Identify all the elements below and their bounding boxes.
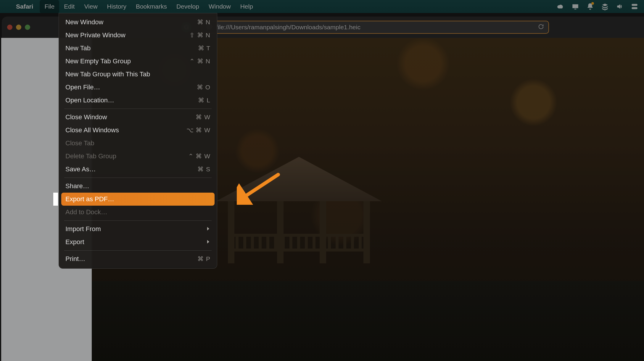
menu-item-label: Export	[65, 238, 84, 246]
menu-item-shortcut: ⌥ ⌘ W	[186, 127, 211, 134]
menu-item-shortcut: ⇧ ⌘ N	[189, 32, 210, 39]
window-traffic-lights	[7, 25, 30, 30]
menu-item-new-tab-group-with-this-tab[interactable]: New Tab Group with This Tab	[61, 68, 215, 81]
menu-item-import-from[interactable]: Import From	[61, 223, 215, 236]
menubar-item-bookmarks[interactable]: Bookmarks	[131, 0, 172, 13]
control-center-icon[interactable]	[630, 2, 639, 11]
menubar-item-file[interactable]: File	[40, 0, 59, 13]
address-bar-url: file:///Users/ramanpalsingh/Downloads/sa…	[216, 24, 360, 31]
menu-item-label: Print…	[65, 255, 85, 263]
menu-item-shortcut: ⌘ W	[196, 114, 210, 121]
highlight-marker	[53, 193, 58, 206]
menu-item-close-window[interactable]: Close Window⌘ W	[61, 111, 215, 124]
menu-item-close-all-windows[interactable]: Close All Windows⌥ ⌘ W	[61, 124, 215, 137]
menu-item-print[interactable]: Print…⌘ P	[61, 252, 215, 265]
menu-item-label: New Tab	[65, 44, 91, 52]
menu-item-label: New Private Window	[65, 31, 125, 39]
menu-item-label: Open File…	[65, 83, 100, 91]
menu-item-shortcut: ⌘ S	[197, 166, 210, 173]
address-bar[interactable]: file:///Users/ramanpalsingh/Downloads/sa…	[201, 21, 549, 34]
menu-item-share[interactable]: Share…	[61, 180, 215, 193]
notifications-icon[interactable]	[586, 2, 594, 11]
menu-item-new-empty-tab-group[interactable]: New Empty Tab Group⌃ ⌘ N	[61, 55, 215, 68]
chevron-right-icon	[206, 225, 210, 233]
display-icon[interactable]	[571, 2, 579, 11]
menu-item-close-tab: Close Tab	[61, 137, 215, 150]
menu-item-label: Save As…	[65, 165, 96, 173]
menubar-item-view[interactable]: View	[79, 0, 102, 13]
menu-item-save-as[interactable]: Save As…⌘ S	[61, 163, 215, 176]
menu-item-shortcut: ⌘ L	[198, 97, 210, 104]
menu-item-label: Add to Dock…	[65, 208, 107, 216]
menu-item-shortcut: ⌘ O	[197, 84, 210, 91]
window-minimize-button[interactable]	[16, 25, 21, 30]
chevron-right-icon	[206, 238, 210, 246]
stack-icon[interactable]	[601, 2, 609, 11]
menubar-item-history[interactable]: History	[102, 0, 131, 13]
file-menu-dropdown: New Window⌘ NNew Private Window⇧ ⌘ NNew …	[59, 13, 217, 269]
menu-item-label: Close Window	[65, 113, 107, 121]
menu-item-shortcut: ⌘ N	[197, 19, 210, 26]
app-name[interactable]: Safari	[16, 3, 33, 10]
menu-item-open-file[interactable]: Open File…⌘ O	[61, 81, 215, 94]
window-maximize-button[interactable]	[25, 25, 30, 30]
menubar-item-help[interactable]: Help	[236, 0, 258, 13]
window-close-button[interactable]	[7, 25, 12, 30]
menu-item-label: New Window	[65, 18, 103, 26]
menu-item-label: New Tab Group with This Tab	[65, 70, 150, 78]
svg-rect-1	[632, 7, 637, 9]
volume-icon[interactable]	[616, 2, 624, 11]
menu-item-new-tab[interactable]: New Tab⌘ T	[61, 42, 215, 55]
menu-item-delete-tab-group: Delete Tab Group⌃ ⌘ W	[61, 150, 215, 163]
menu-item-label: Close Tab	[65, 139, 94, 147]
menu-item-label: New Empty Tab Group	[65, 57, 131, 65]
macos-menubar: Safari FileEditViewHistoryBookmarksDevel…	[0, 0, 644, 13]
menu-item-add-to-dock: Add to Dock…	[61, 206, 215, 219]
menubar-item-window[interactable]: Window	[204, 0, 236, 13]
menubar-item-edit[interactable]: Edit	[59, 0, 79, 13]
menu-item-export[interactable]: Export	[61, 236, 215, 249]
menu-item-label: Share…	[65, 182, 89, 190]
menu-item-open-location[interactable]: Open Location…⌘ L	[61, 94, 215, 107]
menu-item-label: Export as PDF…	[65, 195, 114, 203]
svg-rect-0	[632, 4, 637, 6]
menu-item-label: Close All Windows	[65, 126, 119, 134]
reload-icon[interactable]	[538, 23, 544, 31]
menu-item-label: Open Location…	[65, 96, 114, 104]
menu-item-shortcut: ⌃ ⌘ N	[189, 58, 210, 65]
menu-item-shortcut: ⌘ P	[197, 255, 210, 262]
menu-item-new-window[interactable]: New Window⌘ N	[61, 16, 215, 29]
menu-item-export-as-pdf[interactable]: Export as PDF…	[61, 193, 215, 206]
menu-item-label: Import From	[65, 225, 101, 233]
menu-item-new-private-window[interactable]: New Private Window⇧ ⌘ N	[61, 29, 215, 42]
menubar-item-develop[interactable]: Develop	[172, 0, 204, 13]
menu-item-label: Delete Tab Group	[65, 152, 116, 160]
creative-cloud-icon[interactable]	[556, 2, 565, 11]
menu-item-shortcut: ⌘ T	[198, 45, 210, 52]
menu-item-shortcut: ⌃ ⌘ W	[188, 153, 211, 160]
